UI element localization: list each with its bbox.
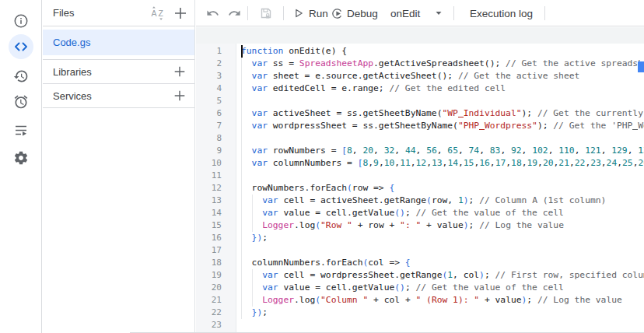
code-text: columnNumbers.forEach(col => { bbox=[236, 257, 411, 269]
code-text bbox=[236, 95, 241, 107]
line-number: 19 bbox=[196, 269, 236, 282]
code-line[interactable]: 4 var editedCell = e.range; // Get the e… bbox=[196, 82, 644, 95]
toolbar-divider bbox=[247, 6, 248, 20]
code-line[interactable]: 5 bbox=[196, 95, 644, 107]
editor-toolbar: Run Debug onEdit Execution log bbox=[196, 0, 644, 26]
code-text: Logger.log("Column " + col + " (Row 1): … bbox=[236, 294, 622, 307]
code-line[interactable]: 2 var ss = SpreadsheetApp.getActiveSprea… bbox=[196, 58, 644, 70]
save-icon[interactable] bbox=[258, 0, 274, 26]
libraries-row[interactable]: Libraries bbox=[43, 60, 194, 84]
execution-log-button[interactable]: Execution log bbox=[470, 0, 533, 26]
line-number: 6 bbox=[196, 107, 236, 120]
line-number: 16 bbox=[196, 232, 236, 244]
code-text: var value = cell.getValue(); // Get the … bbox=[236, 282, 564, 294]
code-text: var rowNumbers = [8, 20, 32, 44, 56, 65,… bbox=[236, 145, 644, 157]
code-line[interactable]: 11 bbox=[196, 170, 644, 182]
debug-label: Debug bbox=[347, 8, 378, 19]
code-line[interactable]: 14 var value = cell.getValue(); // Get t… bbox=[196, 207, 644, 219]
code-line[interactable]: 22 }); bbox=[196, 307, 644, 319]
code-editor-icon bbox=[13, 39, 29, 54]
debug-button[interactable]: Debug bbox=[331, 0, 378, 26]
run-button[interactable]: Run bbox=[293, 0, 328, 26]
code-line[interactable]: 16 }); bbox=[196, 232, 644, 244]
code-line[interactable]: 1function onEdit(e) { bbox=[196, 45, 644, 58]
editor-top-strip bbox=[196, 27, 644, 44]
code-text bbox=[236, 244, 241, 257]
line-number: 2 bbox=[196, 58, 236, 70]
code-line[interactable]: 15 Logger.log("Row " + row + ": " + valu… bbox=[196, 219, 644, 232]
code-text: var sheet = e.source.getActiveSheet(); /… bbox=[236, 70, 579, 82]
code-line[interactable]: 8 bbox=[196, 132, 644, 145]
line-number: 14 bbox=[196, 207, 236, 219]
execution-log-label: Execution log bbox=[470, 8, 533, 19]
code-line[interactable]: 6 var activeSheet = ss.getSheetByName("W… bbox=[196, 107, 644, 120]
function-select[interactable]: onEdit bbox=[390, 0, 420, 26]
file-item[interactable]: Code.gs bbox=[43, 30, 194, 55]
code-line[interactable]: 19 var cell = wordpressSheet.getRange(1,… bbox=[196, 269, 644, 282]
toolbar-divider bbox=[283, 6, 284, 20]
redo-icon[interactable] bbox=[228, 0, 241, 26]
code-text: var cell = activeSheet.getRange(row, 1);… bbox=[236, 195, 606, 207]
project-history-icon[interactable] bbox=[13, 68, 29, 84]
files-list: Code.gs bbox=[43, 26, 194, 60]
toolbar-divider bbox=[544, 6, 545, 20]
add-library-icon[interactable] bbox=[173, 65, 187, 79]
code-text bbox=[236, 132, 241, 145]
run-play-icon bbox=[293, 8, 304, 19]
code-text: var wordpressSheet = ss.getSheetByName("… bbox=[236, 120, 644, 132]
line-number: 4 bbox=[196, 82, 236, 95]
code-line[interactable]: 9 var rowNumbers = [8, 20, 32, 44, 56, 6… bbox=[196, 145, 644, 157]
function-select-value: onEdit bbox=[390, 8, 420, 19]
line-number: 9 bbox=[196, 145, 236, 157]
code-line[interactable]: 7 var wordpressSheet = ss.getSheetByName… bbox=[196, 120, 644, 132]
services-label: Services bbox=[53, 90, 173, 102]
overview-ruler-cursor-marker bbox=[638, 61, 644, 72]
code-line[interactable]: 18 columnNumbers.forEach(col => { bbox=[196, 257, 644, 269]
code-line[interactable]: 10 var columnNumbers = [8,9,10,11,12,13,… bbox=[196, 157, 644, 170]
line-number: 18 bbox=[196, 257, 236, 269]
left-nav-rail bbox=[0, 0, 42, 333]
debug-icon bbox=[331, 8, 343, 19]
line-number: 22 bbox=[196, 307, 236, 319]
line-number: 10 bbox=[196, 157, 236, 170]
code-line[interactable]: 21 Logger.log("Column " + col + " (Row 1… bbox=[196, 294, 644, 307]
code-text: }); bbox=[236, 307, 268, 319]
libraries-label: Libraries bbox=[53, 66, 173, 78]
line-number: 15 bbox=[196, 219, 236, 232]
triggers-alarm-icon[interactable] bbox=[13, 94, 29, 110]
code-text: var activeSheet = ss.getSheetByName("WPI… bbox=[236, 107, 644, 120]
services-row[interactable]: Services bbox=[43, 84, 194, 108]
files-header: Files A Z bbox=[43, 0, 194, 26]
code-text bbox=[236, 319, 241, 331]
code-line[interactable]: 12 rowNumbers.forEach(row => { bbox=[196, 182, 644, 195]
code-line[interactable]: 3 var sheet = e.source.getActiveSheet();… bbox=[196, 70, 644, 82]
sort-az-icon[interactable]: A Z bbox=[151, 5, 166, 21]
code-line[interactable]: 20 var value = cell.getValue(); // Get t… bbox=[196, 282, 644, 294]
code-text: var columnNumbers = [8,9,10,11,12,13,14,… bbox=[236, 157, 644, 170]
add-file-icon[interactable] bbox=[173, 5, 188, 21]
code-text: var ss = SpreadsheetApp.getActiveSpreads… bbox=[236, 58, 644, 70]
line-number: 13 bbox=[196, 195, 236, 207]
line-number: 17 bbox=[196, 244, 236, 257]
line-number: 7 bbox=[196, 120, 236, 132]
line-number: 3 bbox=[196, 70, 236, 82]
executions-icon[interactable] bbox=[13, 123, 29, 138]
overview-info-icon[interactable] bbox=[13, 13, 29, 29]
code-editor[interactable]: 1function onEdit(e) {2 var ss = Spreadsh… bbox=[196, 27, 644, 333]
settings-gear-icon[interactable] bbox=[13, 150, 29, 166]
code-text: function onEdit(e) { bbox=[236, 45, 347, 58]
code-line[interactable]: 17 bbox=[196, 244, 644, 257]
code-text: rowNumbers.forEach(row => { bbox=[236, 182, 394, 195]
undo-icon[interactable] bbox=[206, 0, 219, 26]
line-number: 8 bbox=[196, 132, 236, 145]
files-header-title: Files bbox=[53, 7, 151, 19]
code-line[interactable]: 23 bbox=[196, 319, 644, 331]
line-number: 12 bbox=[196, 182, 236, 195]
add-service-icon[interactable] bbox=[173, 89, 187, 103]
code-text: var value = cell.getValue(); // Get the … bbox=[236, 207, 564, 219]
svg-text:Z: Z bbox=[159, 9, 164, 18]
chevron-down-icon[interactable] bbox=[435, 0, 443, 26]
editor-nav-active[interactable] bbox=[9, 34, 33, 59]
code-line[interactable]: 13 var cell = activeSheet.getRange(row, … bbox=[196, 195, 644, 207]
files-panel: Files A Z Code.gs Libraries Services bbox=[43, 0, 195, 333]
